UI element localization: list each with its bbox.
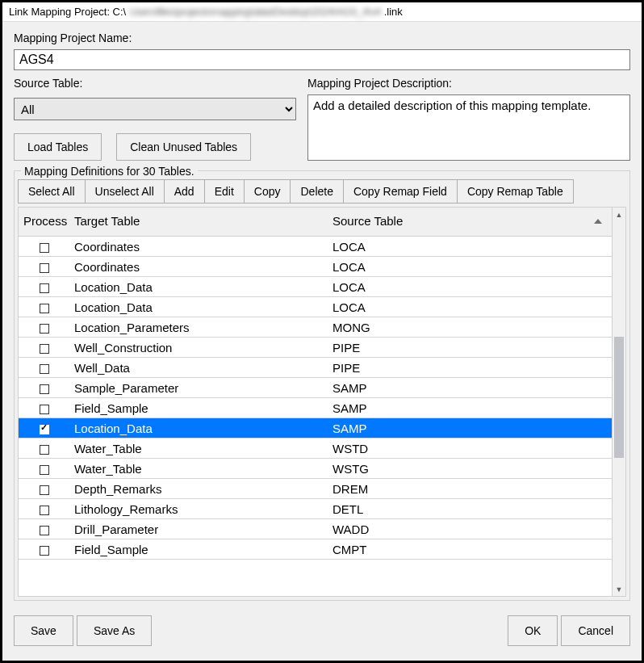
source-table-cell: PIPE: [328, 338, 612, 358]
mapping-definitions-group: Mapping Definitions for 30 Tables. Selec…: [14, 170, 630, 601]
source-table-cell: CMPT: [328, 539, 612, 560]
column-header-source[interactable]: Source Table: [328, 208, 612, 237]
target-table-cell: Location_Data: [69, 297, 328, 317]
process-cell[interactable]: [19, 237, 69, 257]
title-path-blurred: Users\files\projects\mapping\data\Deskto…: [129, 6, 380, 18]
table-row[interactable]: Water_TableWSTD: [19, 439, 612, 459]
process-checkbox[interactable]: [40, 526, 49, 535]
process-cell[interactable]: [19, 338, 69, 358]
process-checkbox[interactable]: [40, 405, 49, 414]
project-name-input[interactable]: [14, 49, 630, 70]
source-table-cell: LOCA: [328, 277, 612, 297]
process-checkbox[interactable]: [40, 364, 49, 374]
process-checkbox[interactable]: [40, 283, 49, 293]
process-cell[interactable]: [19, 257, 69, 277]
process-cell[interactable]: [19, 459, 69, 479]
process-cell[interactable]: [19, 499, 69, 519]
table-row[interactable]: Well_DataPIPE: [19, 358, 612, 378]
title-bar: Link Mapping Project: C:\ Users\files\pr…: [2, 2, 642, 22]
source-table-label: Source Table:: [14, 77, 296, 90]
table-row[interactable]: Location_DataLOCA: [19, 277, 612, 297]
process-checkbox[interactable]: [40, 445, 49, 455]
process-checkbox[interactable]: [40, 304, 49, 313]
save-as-button[interactable]: Save As: [77, 615, 152, 646]
scroll-thumb[interactable]: [614, 337, 624, 458]
table-row[interactable]: CoordinatesLOCA: [19, 237, 612, 257]
select-all-button[interactable]: Select All: [18, 179, 86, 204]
table-row[interactable]: Location_DataSAMP: [19, 418, 612, 439]
column-header-target[interactable]: Target Table: [69, 208, 328, 237]
copy-button[interactable]: Copy: [244, 179, 291, 204]
process-cell[interactable]: [19, 277, 69, 297]
delete-button[interactable]: Delete: [290, 179, 343, 204]
table-row[interactable]: Sample_ParameterSAMP: [19, 378, 612, 398]
process-cell[interactable]: [19, 297, 69, 317]
target-table-cell: Lithology_Remarks: [69, 499, 328, 519]
description-textarea[interactable]: [307, 94, 630, 161]
source-table-cell: WADD: [328, 519, 612, 539]
target-table-cell: Coordinates: [69, 257, 328, 277]
table-row[interactable]: Well_ConstructionPIPE: [19, 338, 612, 358]
column-header-process[interactable]: Process: [19, 208, 69, 237]
source-table-cell: DETL: [328, 499, 612, 519]
table-row[interactable]: Location_ParametersMONG: [19, 317, 612, 338]
process-cell[interactable]: [19, 418, 69, 439]
process-cell[interactable]: [19, 398, 69, 418]
save-button[interactable]: Save: [14, 615, 73, 646]
process-cell[interactable]: [19, 439, 69, 459]
edit-button[interactable]: Edit: [204, 179, 245, 204]
process-checkbox[interactable]: [40, 485, 49, 495]
process-cell[interactable]: [19, 378, 69, 398]
source-table-cell: PIPE: [328, 358, 612, 378]
target-table-cell: Field_Sample: [69, 398, 328, 418]
unselect-all-button[interactable]: Unselect All: [85, 179, 165, 204]
table-row[interactable]: Drill_ParameterWADD: [19, 519, 612, 539]
link-mapping-dialog: Link Mapping Project: C:\ Users\files\pr…: [2, 2, 642, 661]
process-checkbox[interactable]: [40, 344, 49, 354]
process-checkbox[interactable]: [40, 324, 49, 334]
target-table-cell: Sample_Parameter: [69, 378, 328, 398]
target-table-cell: Location_Data: [69, 418, 328, 439]
source-table-select[interactable]: All: [14, 98, 296, 120]
load-tables-button[interactable]: Load Tables: [14, 133, 102, 161]
table-row[interactable]: Depth_RemarksDREM: [19, 479, 612, 499]
process-cell[interactable]: [19, 539, 69, 560]
source-table-cell: LOCA: [328, 297, 612, 317]
table-row[interactable]: Location_DataLOCA: [19, 297, 612, 317]
add-button[interactable]: Add: [164, 179, 205, 204]
process-cell[interactable]: [19, 358, 69, 378]
process-checkbox[interactable]: [40, 263, 49, 273]
copy-remap-table-button[interactable]: Copy Remap Table: [457, 179, 574, 204]
cancel-button[interactable]: Cancel: [561, 615, 630, 646]
process-cell[interactable]: [19, 519, 69, 539]
table-row[interactable]: Field_SampleSAMP: [19, 398, 612, 418]
process-checkbox[interactable]: [40, 425, 49, 434]
clean-unused-tables-button[interactable]: Clean Unused Tables: [116, 133, 251, 161]
process-checkbox[interactable]: [40, 546, 49, 556]
scroll-up-icon[interactable]: ▲: [613, 208, 625, 221]
process-cell[interactable]: [19, 317, 69, 338]
process-cell[interactable]: [19, 479, 69, 499]
target-table-cell: Location_Data: [69, 277, 328, 297]
table-row[interactable]: Water_TableWSTG: [19, 459, 612, 479]
target-table-cell: Water_Table: [69, 459, 328, 479]
ok-button[interactable]: OK: [508, 615, 558, 646]
table-row[interactable]: Field_SampleCMPT: [19, 539, 612, 560]
process-checkbox[interactable]: [40, 384, 49, 394]
scroll-down-icon[interactable]: ▼: [613, 582, 625, 596]
process-checkbox[interactable]: [40, 465, 49, 475]
process-checkbox[interactable]: [40, 506, 49, 515]
title-suffix: .link: [384, 6, 403, 18]
table-row[interactable]: CoordinatesLOCA: [19, 257, 612, 277]
title-prefix: Link Mapping Project: C:\: [9, 6, 126, 18]
target-table-cell: Depth_Remarks: [69, 479, 328, 499]
table-row[interactable]: Lithology_RemarksDETL: [19, 499, 612, 519]
target-table-cell: Location_Parameters: [69, 317, 328, 338]
target-table-cell: Field_Sample: [69, 539, 328, 560]
mapping-table[interactable]: Process Target Table Source Table Coordi…: [18, 207, 613, 597]
vertical-scrollbar[interactable]: ▲ ▼: [613, 207, 626, 597]
target-table-cell: Well_Construction: [69, 338, 328, 358]
process-checkbox[interactable]: [40, 243, 49, 253]
target-table-cell: Coordinates: [69, 237, 328, 257]
copy-remap-field-button[interactable]: Copy Remap Field: [343, 179, 458, 204]
